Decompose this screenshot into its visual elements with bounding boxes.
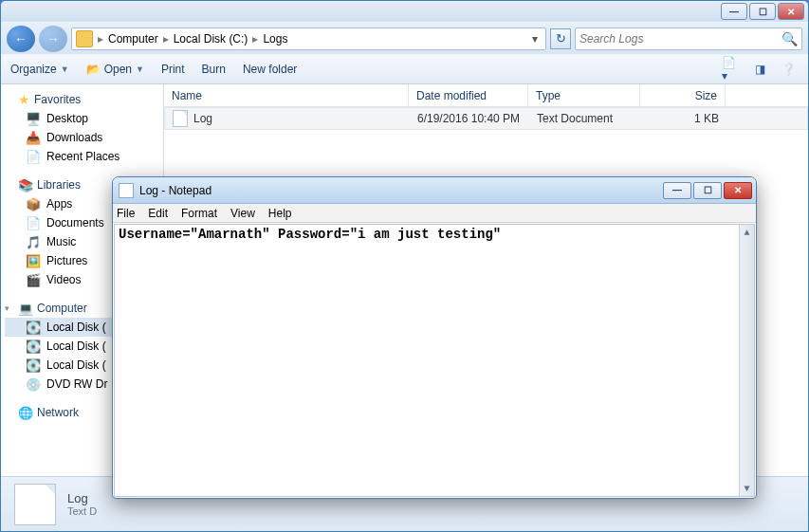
scrollbar-vertical[interactable]: ▲ ▼ xyxy=(739,225,754,496)
dvd-icon: 💿 xyxy=(26,376,41,392)
new-folder-button[interactable]: New folder xyxy=(243,63,297,76)
apps-icon: 📦 xyxy=(26,196,41,211)
breadcrumb-dropdown[interactable]: ▾ xyxy=(526,32,542,46)
star-icon: ★ xyxy=(18,92,30,107)
notepad-minimize-button[interactable]: — xyxy=(663,182,691,199)
music-icon: 🎵 xyxy=(26,234,41,249)
text-file-icon xyxy=(173,110,188,127)
network-icon: 🌐 xyxy=(18,405,33,420)
column-size[interactable]: Size xyxy=(640,84,726,106)
documents-icon: 📄 xyxy=(26,215,41,230)
recent-places-icon: 📄 xyxy=(26,149,41,164)
notepad-title: Log - Notepad xyxy=(139,184,657,197)
file-type: Text Document xyxy=(529,112,641,125)
preview-pane-icon[interactable]: ◨ xyxy=(749,60,770,79)
forward-button[interactable]: → xyxy=(39,26,67,52)
notepad-app-icon xyxy=(119,183,134,198)
libraries-icon: 📚 xyxy=(18,177,33,193)
column-headers: Name Date modified Type Size xyxy=(164,84,808,107)
maximize-button[interactable]: ☐ xyxy=(749,3,776,20)
toolbar: Organize ▼ 📂Open ▼ Print Burn New folder… xyxy=(1,54,808,84)
disk-icon: 💽 xyxy=(26,320,41,335)
disk-icon: 💽 xyxy=(26,358,41,373)
sidebar-item-desktop[interactable]: 🖥️Desktop xyxy=(5,109,159,128)
refresh-button[interactable]: ↻ xyxy=(550,28,571,49)
disk-icon: 💽 xyxy=(26,339,41,354)
navigation-bar: ← → ▸ Computer ▸ Local Disk (C:) ▸ Logs … xyxy=(1,22,808,54)
print-button[interactable]: Print xyxy=(161,63,185,76)
menu-edit[interactable]: Edit xyxy=(148,207,168,220)
explorer-titlebar[interactable]: — ☐ ✕ xyxy=(1,1,808,22)
search-box[interactable]: 🔍 xyxy=(575,28,802,50)
notepad-maximize-button[interactable]: ☐ xyxy=(693,182,722,199)
notepad-titlebar[interactable]: Log - Notepad — ☐ ✕ xyxy=(113,177,756,204)
open-menu[interactable]: 📂Open ▼ xyxy=(86,63,144,76)
file-size: 1 KB xyxy=(641,112,726,125)
notepad-close-button[interactable]: ✕ xyxy=(724,182,752,199)
breadcrumb[interactable]: ▸ Computer ▸ Local Disk (C:) ▸ Logs ▾ xyxy=(71,28,546,50)
organize-menu[interactable]: Organize ▼ xyxy=(10,63,69,76)
minimize-button[interactable]: — xyxy=(721,3,747,20)
pictures-icon: 🖼️ xyxy=(26,253,41,268)
column-type[interactable]: Type xyxy=(528,84,640,106)
explorer-close-button[interactable]: ✕ xyxy=(778,3,804,20)
search-input[interactable] xyxy=(579,32,781,46)
file-date: 6/19/2016 10:40 PM xyxy=(410,112,529,125)
sidebar-item-downloads[interactable]: 📥Downloads xyxy=(5,128,159,147)
help-icon[interactable]: ❔ xyxy=(778,60,799,79)
scroll-down-icon[interactable]: ▼ xyxy=(740,481,754,496)
column-name[interactable]: Name xyxy=(164,84,409,106)
burn-button[interactable]: Burn xyxy=(202,63,226,76)
breadcrumb-item-localdisk[interactable]: Local Disk (C:) xyxy=(174,32,248,46)
details-file-icon xyxy=(14,484,56,525)
downloads-icon: 📥 xyxy=(26,130,41,145)
scroll-up-icon[interactable]: ▲ xyxy=(740,225,754,240)
details-type: Text D xyxy=(67,505,97,517)
notepad-menubar: File Edit Format View Help xyxy=(113,204,756,223)
desktop-icon: 🖥️ xyxy=(26,111,41,126)
folder-icon xyxy=(76,30,93,47)
breadcrumb-item-logs[interactable]: Logs xyxy=(263,32,287,46)
computer-icon: 💻 xyxy=(18,301,33,316)
menu-help[interactable]: Help xyxy=(268,207,292,220)
favorites-group[interactable]: ★Favorites xyxy=(5,92,159,107)
file-name: Log xyxy=(193,112,212,125)
notepad-window-controls: — ☐ ✕ xyxy=(663,182,752,199)
sidebar-item-recent[interactable]: 📄Recent Places xyxy=(5,147,159,166)
notepad-text-area[interactable]: Username="Amarnath" Password="i am just … xyxy=(114,224,755,497)
notepad-content: Username="Amarnath" Password="i am just … xyxy=(119,227,501,242)
menu-format[interactable]: Format xyxy=(181,207,217,220)
back-button[interactable]: ← xyxy=(7,26,35,52)
details-name: Log xyxy=(67,491,97,505)
menu-view[interactable]: View xyxy=(230,207,255,220)
notepad-window: Log - Notepad — ☐ ✕ File Edit Format Vie… xyxy=(112,176,757,499)
file-row-log[interactable]: Log 6/19/2016 10:40 PM Text Document 1 K… xyxy=(164,107,808,130)
videos-icon: 🎬 xyxy=(26,272,41,287)
details-text: Log Text D xyxy=(67,491,97,517)
search-icon: 🔍 xyxy=(781,31,798,46)
menu-file[interactable]: File xyxy=(117,207,135,220)
column-date[interactable]: Date modified xyxy=(409,84,528,106)
view-menu-icon[interactable]: 📄▾ xyxy=(721,60,742,79)
breadcrumb-item-computer[interactable]: Computer xyxy=(108,32,158,46)
window-controls: — ☐ ✕ xyxy=(721,3,804,20)
